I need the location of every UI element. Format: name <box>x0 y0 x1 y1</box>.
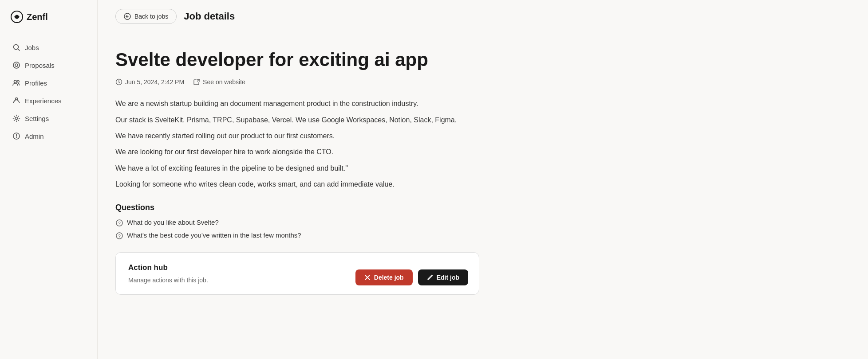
description-paragraph: We have recently started rolling out our… <box>115 130 479 142</box>
question-item: ? What's the best code you've written in… <box>115 231 479 240</box>
see-on-website-link[interactable]: See on website <box>193 78 245 86</box>
question-text: What's the best code you've written in t… <box>127 231 301 239</box>
logo-icon <box>11 11 23 23</box>
brand-name: Zenfl <box>27 12 48 22</box>
sidebar-item-settings-label: Settings <box>25 115 49 122</box>
sidebar-item-admin[interactable]: Admin <box>7 128 90 144</box>
experiences-icon <box>12 97 20 105</box>
profiles-icon <box>12 79 20 87</box>
clock-icon <box>115 78 122 86</box>
sidebar: Zenfl Jobs Proposals <box>0 0 98 359</box>
svg-point-11 <box>16 137 17 138</box>
sidebar-item-proposals-label: Proposals <box>25 62 55 69</box>
job-meta: Jun 5, 2024, 2:42 PM See on website <box>115 78 479 86</box>
sidebar-item-settings[interactable]: Settings <box>7 110 90 127</box>
sidebar-item-experiences-label: Experiences <box>25 97 62 105</box>
job-description: We are a newish startup building an docu… <box>115 98 479 190</box>
action-buttons: Delete job Edit job <box>355 269 468 285</box>
sidebar-item-profiles-label: Profiles <box>25 79 47 87</box>
delete-job-button[interactable]: Delete job <box>355 269 413 285</box>
external-link-icon <box>193 78 200 86</box>
job-date: Jun 5, 2024, 2:42 PM <box>115 78 184 86</box>
sidebar-item-proposals[interactable]: Proposals <box>7 57 90 74</box>
description-paragraph: Our stack is SvelteKit, Prisma, TRPC, Su… <box>115 114 479 126</box>
edit-icon <box>427 274 433 281</box>
description-paragraph: Looking for someone who writes clean cod… <box>115 179 479 190</box>
svg-line-16 <box>119 82 120 83</box>
description-paragraph: We have a lot of exciting features in th… <box>115 163 479 174</box>
svg-point-1 <box>14 45 19 50</box>
svg-line-2 <box>18 49 20 51</box>
top-bar: Back to jobs Job details <box>98 0 868 33</box>
questions-title: Questions <box>115 203 479 212</box>
sidebar-item-profiles[interactable]: Profiles <box>7 74 90 91</box>
svg-point-6 <box>17 80 20 82</box>
back-icon <box>124 13 131 20</box>
main-content: Back to jobs Job details Svelte develope… <box>98 0 868 359</box>
page-title: Job details <box>184 11 235 22</box>
description-paragraph: We are a newish startup building an docu… <box>115 98 479 109</box>
see-on-website-label: See on website <box>203 78 245 86</box>
svg-point-5 <box>14 80 17 83</box>
questions-section: Questions ? What do you like about Svelt… <box>115 203 479 240</box>
back-button-label: Back to jobs <box>134 13 168 20</box>
svg-point-8 <box>15 117 18 120</box>
delete-job-label: Delete job <box>374 274 404 281</box>
sidebar-item-admin-label: Admin <box>25 133 44 140</box>
description-paragraph: We are looking for our first developer h… <box>115 146 479 158</box>
proposals-icon <box>12 61 20 69</box>
sidebar-item-jobs[interactable]: Jobs <box>7 39 90 56</box>
search-icon <box>12 43 20 51</box>
question-text: What do you like about Svelte? <box>127 219 219 226</box>
job-title: Svelte developer for exciting ai app <box>115 49 479 70</box>
svg-point-4 <box>15 64 18 66</box>
gear-icon <box>12 114 20 122</box>
svg-text:?: ? <box>118 221 121 226</box>
question-icon: ? <box>115 219 123 227</box>
sidebar-item-experiences[interactable]: Experiences <box>7 92 90 109</box>
question-item: ? What do you like about Svelte? <box>115 219 479 227</box>
svg-point-7 <box>16 98 18 100</box>
back-to-jobs-button[interactable]: Back to jobs <box>115 9 177 24</box>
edit-job-button[interactable]: Edit job <box>418 269 468 285</box>
logo: Zenfl <box>7 11 90 23</box>
sidebar-item-jobs-label: Jobs <box>25 44 39 51</box>
edit-job-label: Edit job <box>437 274 459 281</box>
job-date-text: Jun 5, 2024, 2:42 PM <box>125 78 184 86</box>
action-hub: Action hub Manage actions with this job.… <box>115 252 479 295</box>
question-icon: ? <box>115 232 123 240</box>
admin-icon <box>12 132 20 140</box>
close-icon <box>364 274 371 281</box>
svg-text:?: ? <box>118 234 121 238</box>
job-content: Svelte developer for exciting ai app Jun… <box>98 33 497 311</box>
svg-point-3 <box>13 62 20 68</box>
